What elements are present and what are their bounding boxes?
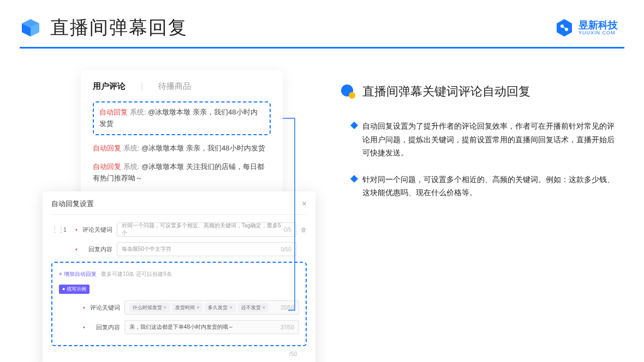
example-block: + 增加自动回复 最多可建10条 还可以创建9条 ● 填写示例 • 评论关键词 … (51, 262, 307, 346)
bullet-list: 自动回复设置为了提升作者的评论回复效率，作者可在开播前针对常见的评论用户问题，提… (341, 119, 618, 200)
diamond-icon (350, 174, 358, 182)
example-reply-row: • 回复内容 亲，我们这边都是下单48小时内发货的哦～ 37/50 (59, 320, 299, 334)
outer-count: /50 (289, 351, 297, 357)
comment-tabs: 用户评论 | 待播商品 (93, 81, 271, 92)
comment-system: 系统: (130, 108, 148, 116)
comment-system: 系统: (123, 162, 141, 171)
page-title: 直播间弹幕回复 (50, 15, 188, 40)
comment-text: @冰墩墩本墩 亲亲，我们48小时内发货 (141, 144, 265, 152)
trash-icon[interactable]: 🗑 (301, 226, 307, 233)
brand-mark-icon (554, 18, 574, 38)
auto-reply-tag: 自动回复 (99, 108, 128, 116)
required-dot: • (83, 304, 85, 311)
right-column: 直播间弹幕关键词评论自动回复 自动回复设置为了提升作者的评论回复效率，作者可在开… (341, 70, 618, 213)
tab-divider: | (141, 81, 143, 92)
required-dot: • (75, 246, 77, 252)
row-number: 1 (63, 226, 71, 233)
required-dot: • (83, 324, 85, 330)
reply-label: 回复内容 (82, 245, 112, 254)
reply-placeholder: 每条限50个中文字符 (122, 245, 171, 253)
ex-reply-count: 37/50 (281, 324, 294, 330)
close-icon[interactable]: × (302, 199, 307, 209)
comment-item: 自动回复系统: @冰墩墩本墩 关注我们的店铺，每日都有热门推荐呦～ (93, 161, 271, 184)
reply-row: • 回复内容 每条限50个中文字符 0/50 🗑 (51, 242, 307, 256)
comments-list: 自动回复系统: @冰墩墩本墩 亲亲，我们48小时内发货自动回复系统: @冰墩墩本… (93, 101, 271, 184)
example-keyword-row: • 评论关键词 什么时候发货×发货时间×多久发货×还不发货× 20/50 (59, 300, 299, 315)
example-badge: ● 填写示例 (59, 285, 90, 294)
main-content: 用户评论 | 待播商品 自动回复系统: @冰墩墩本墩 亲亲，我们48小时内发货自… (0, 49, 644, 213)
bullet-item: 自动回复设置为了提升作者的评论回复效率，作者可在开播前针对常见的评论用户问题，提… (341, 119, 618, 160)
tab-pending-goods[interactable]: 待播商品 (158, 81, 191, 92)
ex-reply-label: 回复内容 (90, 323, 120, 331)
comment-item: 自动回复系统: @冰墩墩本墩 亲亲，我们48小时内发货 (93, 143, 271, 154)
pill-remove-icon[interactable]: × (196, 305, 199, 310)
svg-point-7 (349, 92, 355, 99)
pill-remove-icon[interactable]: × (164, 305, 166, 310)
auto-reply-tag: 自动回复 (93, 162, 121, 171)
reply-count: 0/50 (281, 246, 291, 252)
ex-reply-input[interactable]: 亲，我们这边都是下单48小时内发货的哦～ 37/50 (124, 320, 299, 334)
page-header: 直播间弹幕回复 昱新科技 YUUXIN.COM (0, 0, 644, 47)
section-head: 直播间弹幕关键词评论自动回复 (341, 83, 618, 100)
add-auto-reply-link[interactable]: + 增加自动回复 (59, 271, 97, 277)
keyword-pill[interactable]: 发货时间× (172, 303, 202, 312)
brand-sub: YUUXIN.COM (579, 30, 618, 35)
drag-handle-icon[interactable]: ⋮⋮ (51, 226, 59, 233)
auto-reply-tag: 自动回复 (93, 144, 121, 152)
ex-pills: 什么时候发货×发货时间×多久发货×还不发货× (129, 303, 271, 312)
keyword-pill[interactable]: 什么时候发货× (129, 303, 170, 312)
modal-title: 自动回复设置 (51, 199, 94, 209)
pill-remove-icon[interactable]: × (263, 305, 265, 310)
keyword-input[interactable]: 对同一个问题，可设置多个相近、高频的关键词，Tag确定，最多5个 0/5 (117, 222, 296, 237)
ex-keyword-count: 20/50 (281, 305, 294, 311)
add-auto-reply-row: + 增加自动回复 最多可建10条 还可以创建9条 (59, 268, 299, 278)
required-dot: • (75, 226, 77, 233)
tab-user-comments[interactable]: 用户评论 (93, 81, 126, 92)
keyword-pill[interactable]: 还不发货× (238, 303, 269, 312)
bullet-text: 自动回复设置为了提升作者的评论回复效率，作者可在开播前针对常见的评论用户问题，提… (362, 119, 618, 160)
modal-header: 自动回复设置 × (51, 199, 307, 215)
diamond-icon (350, 122, 358, 129)
comment-system: 系统: (123, 144, 141, 152)
keyword-count: 0/5 (284, 227, 291, 233)
auto-reply-settings-modal: 自动回复设置 × ⋮⋮ 1 • 评论关键词 对同一个问题，可设置多个相近、高频的… (43, 191, 315, 362)
brand-name: 昱新科技 (579, 20, 618, 30)
cube-icon (20, 17, 41, 39)
bullet-item: 针对同一个问题，可设置多个相近的、高频的关键词。例如：这款多少钱、这块能优惠吗、… (341, 173, 618, 200)
keyword-pill[interactable]: 多久发货× (205, 303, 235, 312)
ex-reply-value: 亲，我们这边都是下单48小时内发货的哦～ (129, 323, 234, 331)
add-hint: 最多可建10条 还可以创建9条 (101, 271, 171, 277)
comment-item: 自动回复系统: @冰墩墩本墩 亲亲，我们48小时内发货 (93, 101, 271, 135)
section-title: 直播间弹幕关键词评论自动回复 (362, 83, 530, 100)
keyword-placeholder: 对同一个问题，可设置多个相近、高频的关键词，Tag确定，最多5个 (122, 222, 284, 237)
keyword-row: ⋮⋮ 1 • 评论关键词 对同一个问题，可设置多个相近、高频的关键词，Tag确定… (51, 222, 307, 237)
ex-keyword-input[interactable]: 什么时候发货×发货时间×多久发货×还不发货× 20/50 (124, 300, 299, 315)
header-left: 直播间弹幕回复 (20, 15, 188, 40)
brand-logo: 昱新科技 YUUXIN.COM (554, 18, 618, 38)
bubble-icon (341, 84, 356, 99)
pill-remove-icon[interactable]: × (229, 305, 232, 310)
reply-input[interactable]: 每条限50个中文字符 0/50 (117, 242, 296, 256)
ex-keyword-label: 评论关键词 (90, 304, 120, 312)
keyword-label: 评论关键词 (82, 226, 112, 234)
comments-panel: 用户评论 | 待播商品 自动回复系统: @冰墩墩本墩 亲亲，我们48小时内发货自… (81, 70, 283, 212)
left-column: 用户评论 | 待播商品 自动回复系统: @冰墩墩本墩 亲亲，我们48小时内发货自… (26, 70, 310, 213)
brand-text-wrap: 昱新科技 YUUXIN.COM (579, 20, 618, 35)
bullet-text: 针对同一个问题，可设置多个相近的、高频的关键词。例如：这款多少钱、这块能优惠吗、… (362, 173, 618, 200)
